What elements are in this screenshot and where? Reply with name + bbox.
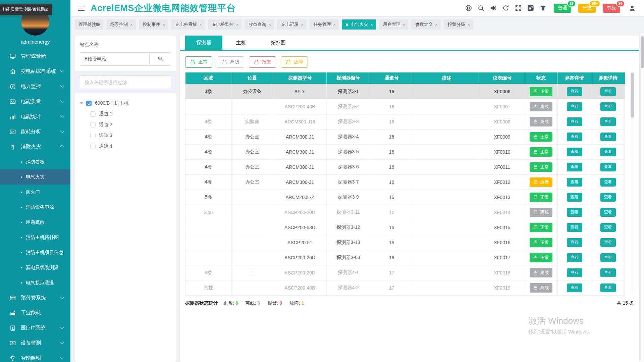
sidebar-item[interactable]: 能耗分析 (0, 124, 70, 139)
status-badge[interactable]: 离线 (530, 208, 552, 217)
help-icon[interactable] (465, 4, 472, 12)
sidebar-item[interactable]: 消防火灾 (0, 139, 70, 154)
sidebar-item[interactable]: 变电站综自系统 (0, 64, 70, 79)
close-tab-icon[interactable]: × (199, 22, 202, 27)
tab-item[interactable]: 收益查询× (245, 19, 274, 30)
close-tab-icon[interactable]: × (163, 22, 165, 27)
tab-item[interactable]: 场景控制× (106, 19, 136, 30)
table-row[interactable]: 3楼办公设备AFD-探测器3-116XF0006正常查看查看 (185, 84, 625, 99)
window-scrollbar-thumb[interactable] (641, 36, 644, 68)
tree-node-child[interactable]: 通道:1 (80, 109, 171, 119)
table-row[interactable]: 4楼办公室ARCM300-J1探测器3-516XF0010正常查看查看 (185, 144, 625, 159)
tree-node-child[interactable]: 通道:2 (80, 119, 171, 130)
table-row[interactable]: 闭挂ASCP200-40B探测器4-217XF0019离线查看查看 (185, 280, 625, 295)
tab-item[interactable]: 充电桩看板× (171, 19, 205, 30)
tab-item[interactable]: 参数定义× (411, 19, 441, 30)
status-badge[interactable]: 故障 (530, 177, 552, 187)
search-icon[interactable] (477, 4, 485, 12)
sidebar-item[interactable]: 电力监控 (0, 79, 70, 94)
view-exception-detail-button[interactable]: 查看 (567, 148, 582, 156)
close-tab-icon[interactable]: × (333, 22, 336, 27)
subtab-item[interactable]: 探测器 (185, 36, 222, 50)
filter-button[interactable]: 故障 (281, 56, 308, 68)
sidebar-subitem[interactable]: 应急疏散 (0, 215, 70, 230)
fullscreen-icon[interactable] (515, 4, 522, 12)
filter-button[interactable]: 离线 (217, 56, 244, 68)
close-tab-icon[interactable]: × (370, 22, 373, 27)
sidebar-subitem[interactable]: 消防设备电源 (0, 200, 70, 215)
alarm-badge[interactable]: 普通19 (554, 4, 571, 13)
view-exception-detail-button[interactable]: 查看 (567, 163, 582, 171)
view-exception-detail-button[interactable]: 查看 (567, 178, 582, 187)
close-tab-icon[interactable]: × (130, 22, 133, 27)
sidebar-item[interactable]: 工业能耗 (0, 305, 70, 320)
view-exception-detail-button[interactable]: 查看 (567, 223, 582, 232)
view-param-detail-button[interactable]: 查看 (600, 178, 616, 187)
table-row[interactable]: ASCP200-63D探测器3-1216XF0015正常查看查看 (185, 220, 625, 235)
view-exception-detail-button[interactable]: 查看 (567, 208, 582, 217)
tab-item[interactable]: 充电记录× (277, 19, 307, 30)
hamburger-menu-icon[interactable] (78, 6, 85, 11)
alarm-badge[interactable]: 严重99+ (578, 4, 596, 13)
sidebar-item[interactable]: 医疗IT系统 (0, 320, 70, 335)
status-badge[interactable]: 离线 (530, 268, 552, 277)
subtab-item[interactable]: 主机 (222, 36, 260, 50)
status-badge[interactable]: 离线 (530, 102, 552, 111)
table-row[interactable]: 4楼办公室ARCM300-J1探测器3-416XF0009正常查看查看 (185, 129, 625, 144)
volume-icon[interactable] (490, 4, 497, 12)
status-badge[interactable]: 离线 (530, 117, 552, 126)
view-param-detail-button[interactable]: 查看 (600, 133, 616, 141)
status-badge[interactable]: 正常 (530, 193, 552, 202)
caret-down-icon[interactable] (80, 102, 83, 104)
view-exception-detail-button[interactable]: 查看 (567, 268, 582, 277)
status-badge[interactable]: 正常 (530, 223, 552, 232)
view-param-detail-button[interactable]: 查看 (600, 223, 616, 232)
sidebar-subitem[interactable]: 电气接点测温 (0, 275, 70, 290)
close-tab-icon[interactable]: × (468, 22, 470, 27)
tab-item[interactable]: 控制事件× (139, 19, 168, 30)
theme-icon[interactable] (539, 4, 547, 12)
filter-button[interactable]: 报警 (249, 56, 276, 68)
view-exception-detail-button[interactable]: 查看 (567, 117, 582, 126)
status-badge[interactable]: 正常 (530, 147, 552, 157)
sidebar-item[interactable]: 电能质量 (0, 94, 70, 109)
close-tab-icon[interactable]: × (435, 22, 438, 27)
sidebar-subitem[interactable]: 消防主机项目信息 (0, 245, 70, 260)
tree-node-child[interactable]: 通道:3 (80, 130, 171, 141)
status-badge[interactable]: 正常 (530, 238, 552, 247)
view-param-detail-button[interactable]: 查看 (600, 253, 616, 262)
sidebar-subitem[interactable]: 电气火灾 (0, 169, 70, 185)
table-row[interactable]: 5楼ARCM200L-Z探测器3-916XF0013正常查看查看 (185, 190, 625, 205)
sidebar-subitem[interactable]: 消防主机拓扑图 (0, 230, 70, 245)
view-exception-detail-button[interactable]: 查看 (567, 102, 582, 111)
sidebar-item[interactable]: 预付费系统 (0, 290, 70, 305)
table-scrollbar-thumb[interactable] (631, 72, 634, 118)
view-exception-detail-button[interactable]: 查看 (567, 238, 582, 247)
view-param-detail-button[interactable]: 查看 (600, 283, 616, 292)
table-row[interactable]: 3louASCP200-20D探测器3-1116XF0014离线查看查看 (185, 205, 625, 220)
view-param-detail-button[interactable]: 查看 (600, 148, 616, 156)
view-exception-detail-button[interactable]: 查看 (567, 193, 582, 202)
tab-item[interactable]: 电气火灾× (342, 19, 376, 30)
table-row[interactable]: 4楼实验室ARCM300-J16探测器3-316XF0008离线查看查看 (185, 114, 625, 129)
view-param-detail-button[interactable]: 查看 (600, 193, 616, 202)
checkbox-checked[interactable] (86, 101, 92, 106)
tab-item[interactable]: 充电桩监控× (208, 19, 242, 30)
station-search-button[interactable] (150, 52, 171, 66)
view-param-detail-button[interactable]: 查看 (600, 208, 616, 217)
subtab-item[interactable]: 拓扑图 (260, 36, 297, 50)
user-icon[interactable] (629, 4, 636, 12)
checkbox-unchecked[interactable] (90, 133, 96, 138)
table-row[interactable]: 8楼二ASCP200-20D探测器4-117XF0018离线查看查看 (185, 265, 625, 280)
table-row[interactable]: ASCP200-20D探测器3-6316XF0017正常查看查看 (185, 250, 625, 265)
status-badge[interactable]: 正常 (530, 162, 552, 172)
refresh-icon[interactable] (502, 4, 509, 12)
station-name-input[interactable] (80, 52, 150, 66)
close-tab-icon[interactable]: × (236, 22, 239, 27)
tree-node-child[interactable]: 通道:4 (80, 141, 171, 152)
sidebar-item[interactable]: 电能统计 (0, 109, 70, 124)
close-tab-icon[interactable]: × (301, 22, 304, 27)
translate-icon[interactable]: A文 (527, 4, 534, 12)
view-param-detail-button[interactable]: 查看 (600, 163, 616, 171)
tab-item[interactable]: 管理驾驶舱 (74, 19, 103, 30)
